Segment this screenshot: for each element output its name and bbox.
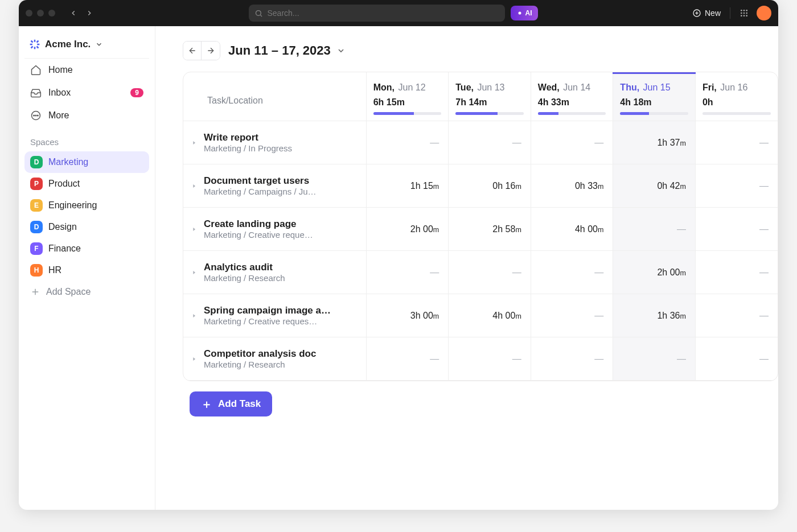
- time-cell[interactable]: 0h 33m: [531, 164, 613, 208]
- time-cell[interactable]: —: [695, 121, 778, 164]
- time-cell[interactable]: —: [613, 337, 696, 381]
- empty-dash: —: [430, 354, 439, 364]
- task-cell[interactable]: Write report Marketing / In Progress: [183, 121, 366, 164]
- time-cell[interactable]: —: [366, 121, 449, 164]
- ai-button[interactable]: AI: [511, 6, 538, 20]
- space-item-finance[interactable]: FFinance: [24, 238, 149, 259]
- svg-point-10: [743, 13, 745, 14]
- nav-inbox[interactable]: Inbox 9: [24, 81, 149, 104]
- time-cell[interactable]: 4h 00m: [449, 294, 531, 337]
- history-back-button[interactable]: [65, 5, 81, 21]
- space-item-marketing[interactable]: DMarketing: [24, 151, 149, 173]
- task-cell[interactable]: Spring campaign image a… Marketing / Cre…: [183, 294, 366, 337]
- empty-dash: —: [594, 138, 603, 147]
- time-cell[interactable]: —: [695, 208, 778, 251]
- spaces-heading: Spaces: [24, 127, 149, 151]
- svg-point-8: [746, 10, 747, 11]
- time-cell[interactable]: —: [531, 337, 613, 381]
- time-cell[interactable]: —: [531, 251, 613, 294]
- time-cell[interactable]: —: [366, 337, 449, 381]
- time-cell[interactable]: 4h 00m: [531, 208, 613, 251]
- time-cell[interactable]: 1h 36m: [613, 294, 696, 337]
- triangle-right-icon: [191, 270, 197, 275]
- time-cell[interactable]: —: [695, 251, 778, 294]
- day-total: 4h 33m: [538, 97, 606, 108]
- chevron-right-icon: [85, 9, 93, 17]
- traffic-light-close[interactable]: [26, 10, 32, 17]
- add-task-label: Add Task: [218, 398, 261, 410]
- workspace-logo-icon: [29, 39, 40, 50]
- time-cell[interactable]: —: [449, 251, 531, 294]
- task-cell[interactable]: Document target users Marketing / Campai…: [183, 164, 366, 207]
- day-date: Jun 12: [398, 83, 426, 92]
- time-cell[interactable]: 0h 16m: [449, 164, 531, 208]
- time-cell[interactable]: 2h 00m: [366, 208, 449, 251]
- column-header-day[interactable]: Fri, Jun 160h: [695, 72, 778, 121]
- expand-toggle[interactable]: [189, 138, 199, 148]
- time-cell[interactable]: —: [695, 337, 778, 381]
- next-week-button[interactable]: [202, 42, 220, 60]
- time-cell[interactable]: 2h 00m: [613, 251, 696, 294]
- today-indicator: [613, 72, 696, 74]
- traffic-light-min[interactable]: [37, 10, 44, 17]
- time-cell[interactable]: —: [531, 294, 613, 337]
- workspace-switcher[interactable]: Acme Inc.: [24, 33, 149, 59]
- time-cell[interactable]: —: [449, 121, 531, 164]
- time-cell[interactable]: —: [695, 294, 778, 337]
- svg-line-21: [31, 47, 33, 48]
- task-cell[interactable]: Create landing page Marketing / Creative…: [183, 208, 366, 250]
- apps-grid-button[interactable]: [736, 5, 752, 21]
- time-cell[interactable]: —: [613, 208, 696, 251]
- search-input[interactable]: [268, 9, 499, 18]
- expand-toggle[interactable]: [189, 311, 199, 321]
- expand-toggle[interactable]: [189, 181, 199, 191]
- sparkle-icon: [516, 10, 523, 17]
- date-range-picker[interactable]: Jun 11 – 17, 2023: [228, 43, 346, 58]
- expand-toggle[interactable]: [189, 224, 199, 234]
- space-item-engineering[interactable]: EEngineering: [24, 195, 149, 216]
- history-forward-button[interactable]: [81, 5, 97, 21]
- empty-dash: —: [594, 354, 603, 364]
- expand-toggle[interactable]: [189, 354, 199, 364]
- nav-home[interactable]: Home: [24, 59, 149, 81]
- day-of-week: Mon,: [373, 83, 395, 92]
- empty-dash: —: [430, 267, 439, 277]
- time-cell[interactable]: —: [695, 164, 778, 208]
- time-cell[interactable]: 3h 00m: [366, 294, 449, 337]
- window-controls[interactable]: [26, 10, 55, 17]
- user-avatar[interactable]: [757, 6, 771, 20]
- titlebar: AI New: [19, 0, 778, 26]
- nav-more[interactable]: More: [24, 104, 149, 127]
- space-item-product[interactable]: PProduct: [24, 173, 149, 195]
- time-cell[interactable]: —: [366, 251, 449, 294]
- task-cell[interactable]: Competitor analysis doc Marketing / Rese…: [183, 337, 366, 380]
- time-cell[interactable]: 0h 42m: [613, 164, 696, 208]
- global-search[interactable]: [249, 5, 505, 22]
- space-item-design[interactable]: DDesign: [24, 216, 149, 238]
- workspace-name: Acme Inc.: [45, 39, 91, 50]
- column-header-day[interactable]: Mon, Jun 126h 15m: [366, 72, 449, 121]
- time-cell[interactable]: 2h 58m: [449, 208, 531, 251]
- traffic-light-max[interactable]: [48, 10, 55, 17]
- column-header-day[interactable]: Wed, Jun 144h 33m: [531, 72, 613, 121]
- column-header-day[interactable]: Tue, Jun 137h 14m: [449, 72, 531, 121]
- time-cell[interactable]: 1h 15m: [366, 164, 449, 208]
- new-button[interactable]: New: [689, 6, 724, 20]
- column-header-day[interactable]: Thu, Jun 154h 18m: [613, 72, 696, 121]
- day-progress: [538, 112, 606, 115]
- task-cell[interactable]: Analytics audit Marketing / Research: [183, 251, 366, 294]
- svg-point-25: [35, 115, 36, 116]
- time-cell[interactable]: —: [531, 121, 613, 164]
- add-task-button[interactable]: ＋ Add Task: [190, 391, 272, 416]
- time-cell[interactable]: —: [449, 337, 531, 381]
- svg-point-7: [743, 10, 745, 11]
- space-item-hr[interactable]: HHR: [24, 259, 149, 281]
- space-name: Engineering: [48, 200, 97, 211]
- expand-toggle[interactable]: [189, 267, 199, 278]
- time-cell[interactable]: 1h 37m: [613, 121, 696, 164]
- task-location: Marketing / Creative reques…: [204, 316, 331, 326]
- prev-week-button[interactable]: [183, 42, 202, 60]
- add-space-button[interactable]: Add Space: [24, 281, 149, 303]
- task-title: Competitor analysis doc: [204, 348, 316, 360]
- plus-circle-icon: [692, 9, 701, 18]
